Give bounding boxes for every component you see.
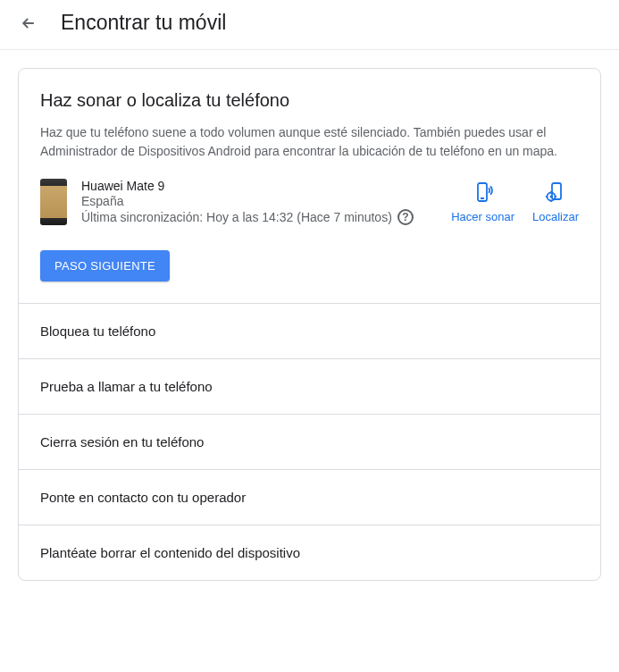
locate-icon (545, 181, 566, 203)
step-label: Cierra sesión en tu teléfono (40, 434, 204, 449)
device-thumbnail (40, 179, 67, 225)
section-description: Haz que tu teléfono suene a todo volumen… (40, 123, 579, 161)
svg-point-3 (549, 195, 552, 197)
device-location: España (81, 194, 437, 208)
content-card: Haz sonar o localiza tu teléfono Haz que… (18, 68, 601, 581)
step-label: Prueba a llamar a tu teléfono (40, 379, 213, 394)
page-title: Encontrar tu móvil (61, 11, 226, 35)
step-lock-phone[interactable]: Bloquea tu teléfono (19, 303, 600, 358)
ring-locate-section: Haz sonar o localiza tu teléfono Haz que… (19, 69, 600, 303)
device-name: Huawei Mate 9 (81, 179, 437, 193)
step-call-phone[interactable]: Prueba a llamar a tu teléfono (19, 358, 600, 414)
device-last-sync-text: Última sincronización: Hoy a las 14:32 (… (81, 210, 392, 224)
locate-label: Localizar (532, 210, 579, 223)
device-actions: Hacer sonar Localiz (451, 181, 579, 223)
next-step-button[interactable]: PASO SIGUIENTE (40, 250, 170, 281)
step-sign-out[interactable]: Cierra sesión en tu teléfono (19, 414, 600, 469)
section-title: Haz sonar o localiza tu teléfono (40, 90, 579, 111)
back-arrow-icon[interactable] (18, 13, 39, 34)
help-icon[interactable]: ? (397, 209, 414, 225)
step-label: Ponte en contacto con tu operador (40, 490, 246, 505)
device-last-sync: Última sincronización: Hoy a las 14:32 (… (81, 209, 437, 225)
locate-button[interactable]: Localizar (532, 181, 579, 223)
step-contact-carrier[interactable]: Ponte en contacto con tu operador (19, 469, 600, 525)
device-row: Huawei Mate 9 España Última sincronizaci… (40, 179, 579, 225)
step-label: Bloquea tu teléfono (40, 323, 155, 339)
ring-button[interactable]: Hacer sonar (451, 181, 514, 223)
page-header: Encontrar tu móvil (0, 0, 619, 50)
device-info: Huawei Mate 9 España Última sincronizaci… (81, 179, 437, 225)
ring-icon (473, 181, 494, 203)
step-label: Plantéate borrar el contenido del dispos… (40, 545, 300, 560)
step-erase-device[interactable]: Plantéate borrar el contenido del dispos… (19, 525, 600, 580)
ring-label: Hacer sonar (451, 210, 514, 223)
